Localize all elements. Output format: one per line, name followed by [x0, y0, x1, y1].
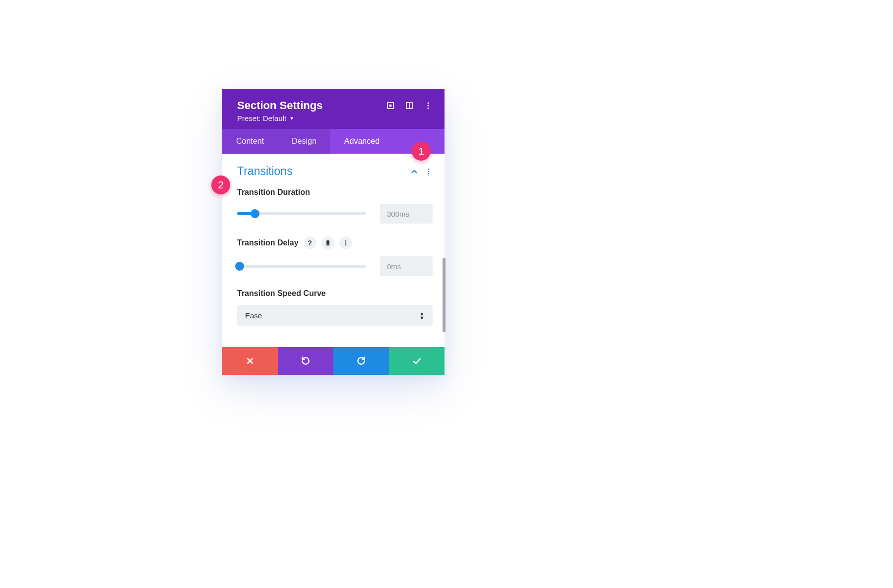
- expand-icon[interactable]: [386, 101, 395, 110]
- svg-point-6: [428, 108, 429, 109]
- settings-panel: Section Settings Preset: Default ▼: [222, 89, 445, 375]
- annotation-badge-2: 2: [211, 176, 230, 194]
- slider-transition-delay[interactable]: [237, 265, 366, 268]
- annotation-badge-1: 1: [412, 142, 431, 161]
- undo-button[interactable]: [278, 347, 333, 375]
- more-vertical-icon[interactable]: [424, 101, 433, 110]
- confirm-button[interactable]: [389, 347, 445, 375]
- slider-transition-duration[interactable]: [237, 212, 366, 215]
- field-transition-delay: Transition Delay ? 0ms: [237, 236, 433, 276]
- phone-icon[interactable]: [321, 236, 334, 249]
- field-transition-duration: Transition Duration 300ms: [237, 188, 433, 224]
- svg-point-13: [345, 242, 346, 244]
- preset-dropdown[interactable]: Preset: Default ▼: [237, 114, 294, 122]
- input-transition-duration[interactable]: 300ms: [380, 204, 433, 224]
- panel-title: Section Settings: [237, 99, 322, 112]
- preset-label: Preset: Default: [237, 114, 286, 122]
- input-transition-delay[interactable]: 0ms: [380, 256, 433, 276]
- panel-footer: [222, 347, 445, 375]
- section-more-icon[interactable]: [425, 168, 433, 176]
- panel-body: Transitions Transition Duration 300ms: [222, 154, 445, 347]
- cancel-button[interactable]: [222, 347, 278, 375]
- caret-down-icon: ▼: [289, 116, 294, 121]
- select-transition-speed-curve[interactable]: Ease ▲▼: [237, 305, 433, 326]
- label-transition-delay: Transition Delay: [237, 238, 299, 247]
- collapse-section-icon[interactable]: [410, 167, 419, 176]
- label-transition-duration: Transition Duration: [237, 188, 433, 197]
- tab-content[interactable]: Content: [222, 129, 278, 154]
- panel-header: Section Settings Preset: Default ▼: [222, 89, 445, 129]
- svg-point-11: [327, 244, 328, 245]
- label-transition-speed-curve: Transition Speed Curve: [237, 289, 433, 298]
- svg-point-14: [345, 244, 346, 246]
- svg-point-8: [428, 171, 430, 172]
- redo-button[interactable]: [333, 347, 389, 375]
- svg-point-9: [428, 173, 430, 175]
- tab-design[interactable]: Design: [278, 129, 330, 154]
- svg-point-5: [428, 105, 429, 107]
- svg-point-4: [428, 102, 429, 104]
- scrollbar[interactable]: [443, 258, 446, 332]
- field-more-icon[interactable]: [339, 236, 352, 249]
- select-arrows-icon: ▲▼: [419, 311, 425, 320]
- select-value: Ease: [245, 311, 262, 320]
- field-transition-speed-curve: Transition Speed Curve Ease ▲▼: [237, 289, 433, 326]
- svg-point-12: [345, 240, 346, 242]
- tabs: Content Design Advanced: [222, 129, 445, 154]
- help-icon[interactable]: ?: [304, 236, 317, 249]
- panel-layout-icon[interactable]: [405, 101, 414, 110]
- svg-rect-1: [389, 105, 392, 107]
- section-title-transitions[interactable]: Transitions: [237, 165, 293, 178]
- svg-point-7: [428, 169, 430, 170]
